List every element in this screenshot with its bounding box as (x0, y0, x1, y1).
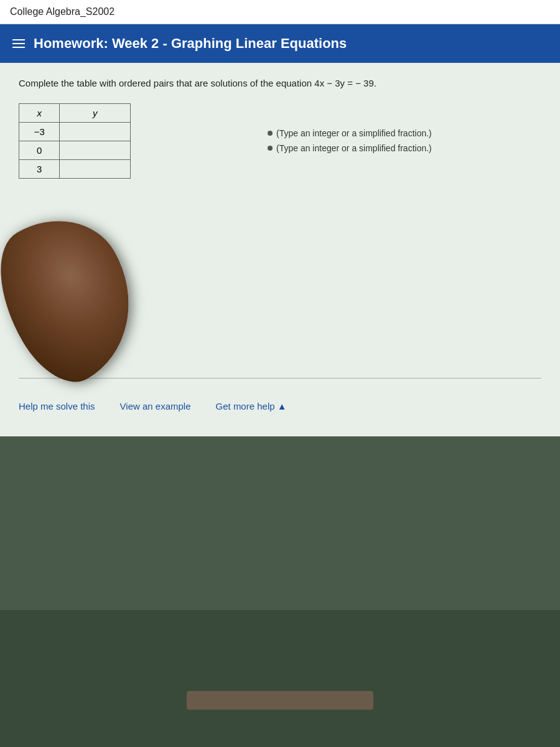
ordered-pairs-table-container: x y −3 0 3 (19, 103, 131, 179)
header-title: Homework: Week 2 - Graphing Linear Equat… (34, 35, 347, 52)
content-area: Complete the table with ordered pairs th… (0, 63, 560, 436)
col-y-header: y (60, 104, 131, 123)
hint-2: (Type an integer or a simplified fractio… (268, 143, 432, 153)
row1-x: −3 (19, 123, 60, 141)
hand-image (6, 215, 143, 390)
table-row: 3 (19, 160, 131, 179)
header-bar: Homework: Week 2 - Graphing Linear Equat… (0, 24, 560, 63)
desk-area (0, 610, 560, 747)
row2-x: 0 (19, 141, 60, 160)
help-me-solve-button[interactable]: Help me solve this (19, 401, 95, 411)
page-title: College Algebra_S2002 (10, 6, 114, 17)
table-row: −3 (19, 123, 131, 141)
table-row: 0 (19, 141, 131, 160)
row2-y-input[interactable] (60, 141, 131, 160)
title-bar: College Algebra_S2002 (0, 0, 560, 24)
desk-surface (187, 691, 373, 710)
bottom-buttons: Help me solve this View an example Get m… (19, 391, 541, 421)
col-x-header: x (19, 104, 60, 123)
hint-area: (Type an integer or a simplified fractio… (268, 128, 432, 158)
hint-1: (Type an integer or a simplified fractio… (268, 128, 432, 138)
get-more-help-button[interactable]: Get more help ▲ (216, 401, 287, 411)
row3-x: 3 (19, 160, 60, 179)
row3-y-input[interactable] (60, 160, 131, 179)
hamburger-menu-icon[interactable] (12, 39, 25, 48)
ordered-pairs-table: x y −3 0 3 (19, 103, 131, 179)
row1-y-input[interactable] (60, 123, 131, 141)
view-example-button[interactable]: View an example (120, 401, 191, 411)
problem-instruction: Complete the table with ordered pairs th… (19, 78, 541, 88)
